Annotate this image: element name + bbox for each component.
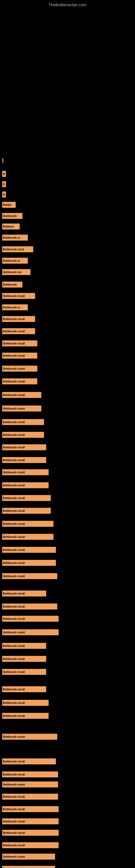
bar-item: Bottleneck result xyxy=(2,444,46,450)
bar-item: Bottleneck re xyxy=(2,258,28,264)
bar-item: Bottleneck result xyxy=(2,758,56,764)
bar-item: Bottleneck result xyxy=(2,669,46,675)
bar-item: Bottleneck result xyxy=(2,603,57,610)
bar-item: E xyxy=(2,181,6,187)
bar-item: Bottleneck result xyxy=(2,328,35,334)
bar-item: Bottleneck res xyxy=(2,269,31,275)
bar-item: B xyxy=(2,171,6,177)
bar-item: Bottleneck result xyxy=(2,419,44,425)
bar-item: B xyxy=(2,191,6,197)
bar-item: Bottleneck result xyxy=(2,482,49,488)
bar-item: Bottleneck result xyxy=(2,700,49,706)
bar-item: Bottleneck result xyxy=(2,432,44,438)
bar-item: Bottler xyxy=(2,202,16,208)
bar-item: Bottleneck result xyxy=(2,378,37,384)
bar-item: Bottleneck result xyxy=(2,629,58,635)
bar-item: Bottlene xyxy=(2,223,20,229)
bar-item: Bottleneck result xyxy=(2,457,46,463)
bar-item: Bottleneck result xyxy=(2,392,41,398)
bar-item: Bottleneck result xyxy=(2,686,46,692)
bar-item: Bottleneck result xyxy=(2,293,35,299)
site-title: TheBottlenecker.com xyxy=(0,0,135,8)
bar-item: Bottleneck result xyxy=(2,830,58,836)
bar-item: Bottleneck result xyxy=(2,781,58,787)
bar-item: Bottleneck result xyxy=(2,573,57,579)
bar-item: Bottleneck result xyxy=(2,771,58,777)
bar-item: Bottleneck result xyxy=(2,713,49,719)
cursor-indicator: | xyxy=(2,157,3,163)
bar-item: Bottleneck xyxy=(2,282,22,287)
bar-item: Bottleneck result xyxy=(2,352,37,359)
bar-item: Bottleneck result xyxy=(2,508,51,514)
bar-item: Bottleneck result xyxy=(2,656,46,662)
bar-item: Bottleneck result xyxy=(2,806,58,812)
bar-item: Bottleneck result xyxy=(2,854,55,860)
bar-item: Bottleneck result xyxy=(2,734,57,740)
bar-item: Bottleneck result xyxy=(2,842,58,848)
bar-item: Bottleneck result xyxy=(2,534,53,540)
bar-item: Bottleneck result xyxy=(2,316,35,322)
bar-item: Bottleneck result xyxy=(2,866,55,868)
bar-item: Bottleneck re xyxy=(2,304,28,310)
bar-item: Bottleneck resul xyxy=(2,246,33,252)
bar-item: Bottleneck result xyxy=(2,643,46,649)
bar-item: Bottleneck result xyxy=(2,405,41,411)
bar-item: Bottleneck result xyxy=(2,794,58,800)
bar-item: Bottleneck result xyxy=(2,547,56,553)
bar-item: Bottleneck result xyxy=(2,495,51,501)
bar-item: Bottleneck result xyxy=(2,818,58,824)
bar-item: Bottleneck result xyxy=(2,590,46,596)
bar-item: Bottleneck result xyxy=(2,560,56,566)
bar-item: Bottleneck result xyxy=(2,521,53,527)
bar-item: Bottleneck result xyxy=(2,616,58,622)
bar-item: Bottleneck result xyxy=(2,366,37,372)
bar-item: Bottleneck result xyxy=(2,469,49,475)
bar-item: Bottleneck re xyxy=(2,235,28,241)
bar-item: Bottleneck result xyxy=(2,340,37,346)
bar-item: Bottleneck xyxy=(2,213,22,219)
